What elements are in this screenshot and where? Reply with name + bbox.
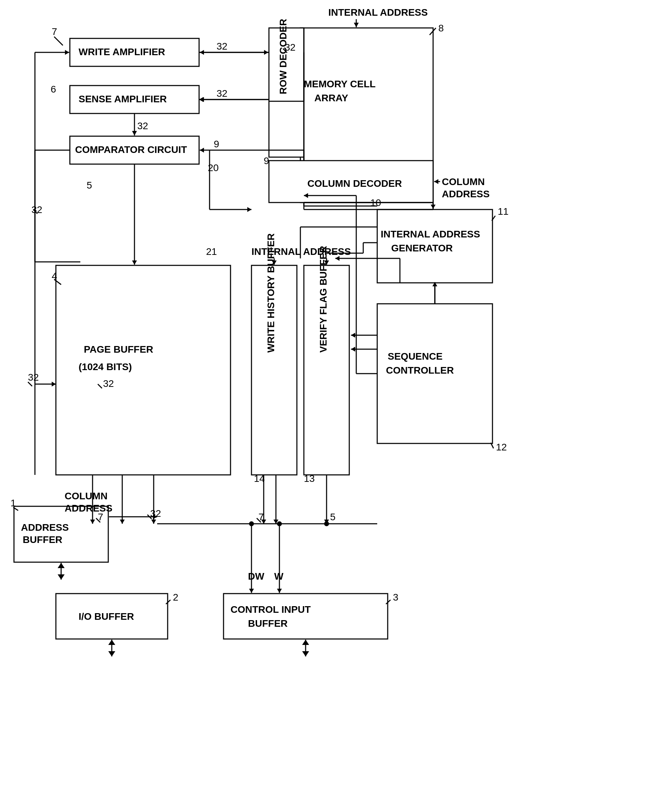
svg-marker-25 — [52, 382, 56, 386]
svg-point-81 — [324, 521, 329, 526]
svg-marker-39 — [351, 347, 355, 352]
ref-3: 3 — [393, 592, 398, 603]
ref-9: 9 — [264, 155, 269, 166]
ref-6: 6 — [51, 84, 56, 95]
page-buffer-label2: (1024 BITS) — [79, 361, 132, 372]
column-address-label-right2: ADDRESS — [442, 188, 490, 199]
svg-marker-22 — [132, 261, 137, 265]
svg-marker-112 — [200, 50, 204, 55]
memory-cell-array-label: MEMORY CELL — [304, 79, 375, 89]
address-buffer-label2: BUFFER — [23, 534, 63, 545]
control-input-buffer-block — [224, 594, 388, 639]
control-input-label1: CONTROL INPUT — [230, 604, 311, 615]
svg-marker-75 — [249, 589, 254, 593]
svg-point-79 — [249, 521, 254, 526]
page-buffer-label1: PAGE BUFFER — [84, 344, 153, 355]
ref-2: 2 — [173, 592, 179, 603]
svg-marker-72 — [302, 651, 309, 656]
svg-marker-48 — [58, 563, 64, 568]
svg-marker-68 — [108, 651, 115, 656]
label-32-top: 32 — [285, 42, 295, 53]
ref-7: 7 — [52, 26, 57, 37]
column-address-label-right: COLUMN — [442, 176, 485, 187]
ref-14: 14 — [254, 473, 265, 484]
svg-marker-4 — [434, 179, 438, 184]
svg-point-80 — [277, 521, 282, 526]
svg-marker-7 — [65, 50, 69, 55]
sequence-controller-label2: CONTROLLER — [386, 365, 454, 376]
svg-line-5 — [54, 37, 63, 45]
label-5-vf: 5 — [330, 511, 336, 522]
io-buffer-label: I/O BUFFER — [79, 611, 134, 622]
sense-amplifier-label: SENSE AMPLIFIER — [79, 93, 167, 105]
label-32-bus: 32 — [28, 372, 39, 383]
column-address-label-mid: COLUMN — [64, 491, 108, 502]
svg-marker-57 — [151, 520, 156, 524]
write-amplifier-label: WRITE AMPLIFIER — [79, 47, 165, 57]
ref-1: 1 — [10, 497, 16, 508]
svg-marker-55 — [120, 520, 125, 524]
svg-marker-73 — [302, 640, 309, 645]
address-buffer-label1: ADDRESS — [21, 522, 69, 533]
sequence-controller-label1: SEQUENCE — [388, 351, 443, 362]
ref-12: 12 — [496, 442, 507, 452]
ref-11: 11 — [498, 206, 509, 217]
internal-addr-gen-label1: INTERNAL ADDRESS — [381, 229, 480, 240]
internal-address-mid: INTERNAL ADDRESS — [251, 246, 351, 257]
svg-marker-13 — [132, 131, 137, 135]
memory-cell-array-label2: ARRAY — [314, 93, 348, 103]
label-32-write: 32 — [216, 41, 227, 51]
svg-marker-47 — [58, 574, 64, 580]
dw-label: DW — [248, 571, 264, 582]
circuit-diagram: MEMORY CELL ARRAY 8 ROW DECODER COLUMN D… — [0, 0, 672, 801]
row-decoder-label: ROW DECODER — [278, 19, 288, 94]
ref-9-2: 9 — [214, 138, 219, 150]
label-32-comp: 32 — [137, 121, 148, 131]
column-address-label-mid2: ADDRESS — [64, 503, 113, 514]
column-decoder-label: COLUMN DECODER — [307, 178, 402, 189]
svg-marker-92 — [247, 207, 251, 212]
ref-13: 13 — [304, 473, 315, 484]
label-32-sense: 32 — [216, 88, 227, 99]
comparator-label: COMPARATOR CIRCUIT — [75, 144, 187, 155]
internal-addr-gen-label2: GENERATOR — [391, 243, 453, 254]
ref-8: 8 — [438, 23, 444, 34]
ref-21: 21 — [206, 246, 217, 257]
svg-marker-114 — [200, 97, 204, 102]
svg-marker-83 — [351, 333, 355, 338]
internal-address-label-top: INTERNAL ADDRESS — [328, 7, 428, 18]
svg-marker-15 — [200, 148, 204, 153]
svg-marker-77 — [277, 589, 282, 593]
svg-marker-69 — [108, 640, 115, 645]
control-input-label2: BUFFER — [248, 618, 288, 629]
label-32-bus2: 32 — [103, 378, 114, 389]
ref-5: 5 — [87, 180, 92, 191]
svg-marker-2 — [354, 23, 359, 27]
